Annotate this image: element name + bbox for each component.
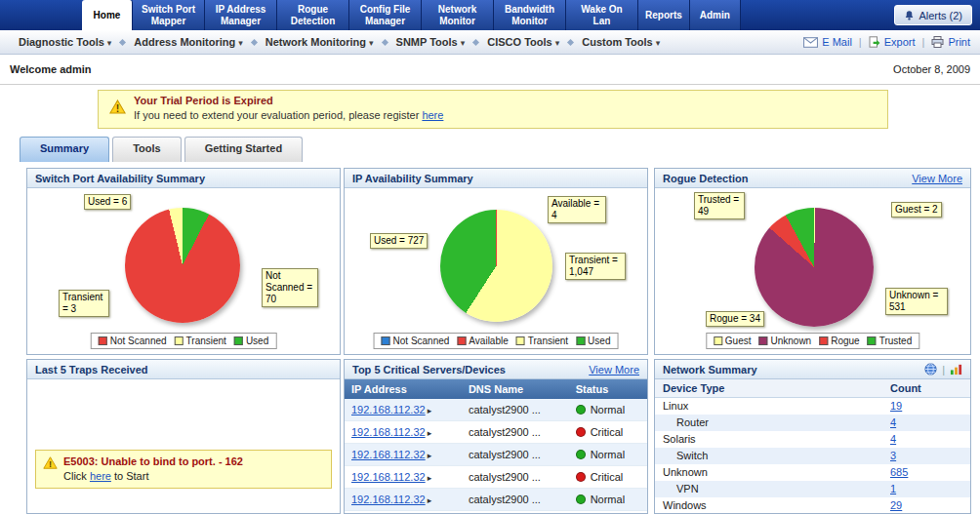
col-status: Status <box>569 379 647 399</box>
callout-used: Used = 727 <box>370 233 428 249</box>
ip-link[interactable]: 192.168.112.32 <box>351 449 426 460</box>
status-text: Normal <box>591 404 625 415</box>
alerts-label: Alerts (2) <box>919 10 962 21</box>
menu-custom-tools[interactable]: Custom Tools <box>573 36 669 48</box>
count-link[interactable]: 3 <box>890 450 896 461</box>
expand-arrow-icon[interactable] <box>426 404 432 415</box>
servers-view-more-link[interactable]: View More <box>589 364 639 376</box>
separator: | <box>942 364 945 376</box>
col-ip-address: IP Address <box>345 379 462 399</box>
table-row: 192.168.112.32 catalyst2900 ... Normal <box>345 489 647 511</box>
expand-arrow-icon[interactable] <box>426 471 432 483</box>
panel-header: Top 5 Critical Servers/Devices View More <box>345 360 647 379</box>
trial-message: If you need to extend your evaluation pe… <box>134 109 879 121</box>
servers-table-area: IP Address DNS Name Status 192.168.112.3… <box>345 379 647 513</box>
panel-title: Top 5 Critical Servers/Devices <box>352 364 506 376</box>
status-text: Critical <box>591 426 624 438</box>
alerts-button[interactable]: Alerts (2) <box>894 5 972 25</box>
device-type: Unknown <box>655 464 882 481</box>
bar-chart-icon[interactable] <box>950 363 962 376</box>
current-date: October 8, 2009 <box>893 63 970 75</box>
count-link[interactable]: 685 <box>890 466 908 478</box>
critical-servers-table: IP Address DNS Name Status 192.168.112.3… <box>345 379 647 511</box>
status-text: Normal <box>591 494 625 505</box>
ip-link[interactable]: 192.168.112.32 <box>351 426 426 438</box>
expand-arrow-icon[interactable] <box>426 449 432 460</box>
count-link[interactable]: 4 <box>890 416 896 428</box>
menu-snmp-tools[interactable]: SNMP Tools <box>388 36 474 48</box>
rogue-pie-chart <box>755 208 874 327</box>
nav-tab-bandwidth-monitor[interactable]: Bandwidth Monitor <box>494 0 566 30</box>
ip-link[interactable]: 192.168.112.32 <box>351 404 426 415</box>
nav-tab-reports[interactable]: Reports <box>638 0 690 30</box>
count-link[interactable]: 1 <box>890 483 896 494</box>
panel-ip-availability: IP Availability Summary Available = 4 Us… <box>344 168 648 355</box>
panel-title: Switch Port Availability Summary <box>35 173 205 184</box>
menu-address-monitoring[interactable]: Address Monitoring <box>125 36 251 48</box>
legend-swatch <box>234 336 243 345</box>
expand-arrow-icon[interactable] <box>426 494 432 505</box>
nav-tab-rogue-detection[interactable]: Rogue Detection <box>277 0 349 30</box>
ip-link[interactable]: 192.168.112.32 <box>351 471 426 483</box>
table-row: Switch 3 <box>655 448 970 464</box>
chevron-down-icon <box>104 36 112 48</box>
device-type: Linux <box>655 398 882 415</box>
ip-availability-chart-area: Available = 4 Used = 727 Transient = 1,0… <box>345 188 647 354</box>
table-row: 192.168.112.32 catalyst2900 ... Critical <box>345 421 647 444</box>
chart-legend: Not Scanned Available Transient Used <box>374 333 619 349</box>
trial-message-text: If you need to extend your evaluation pe… <box>134 109 419 121</box>
nav-tab-admin[interactable]: Admin <box>690 0 741 30</box>
legend-swatch <box>714 336 722 345</box>
export-action[interactable]: Export <box>869 36 916 48</box>
start-link[interactable]: here <box>90 470 111 482</box>
nav-tab-config-file-manager[interactable]: Config File Manager <box>349 0 422 30</box>
menu-label: Diagnostic Tools <box>19 36 104 48</box>
panel-rogue-detection: Rogue Detection View More Trusted = 49 G… <box>654 168 971 355</box>
panel-header: Rogue Detection View More <box>655 169 970 188</box>
callout-transient: Transient = 3 <box>59 290 109 317</box>
print-action[interactable]: Print <box>931 36 970 48</box>
legend-label: Guest <box>725 336 752 346</box>
nav-tab-ip-address-manager[interactable]: IP Address Manager <box>205 0 277 30</box>
menu-label: Network Monitoring <box>265 36 366 48</box>
tab-summary[interactable]: Summary <box>20 137 109 162</box>
tab-getting-started[interactable]: Getting Started <box>184 137 303 162</box>
expand-arrow-icon[interactable] <box>426 426 432 438</box>
nav-tab-network-monitor[interactable]: Network Monitor <box>422 0 494 30</box>
panel-header: Last 5 Traps Received <box>27 360 340 379</box>
email-action[interactable]: E Mail <box>803 36 852 48</box>
legend-swatch <box>516 336 525 345</box>
count-link[interactable]: 29 <box>890 499 902 511</box>
legend-swatch <box>175 336 184 345</box>
count-link[interactable]: 4 <box>890 433 896 445</box>
email-label: E Mail <box>822 36 852 48</box>
print-label: Print <box>948 36 970 48</box>
nav-tab-switch-port-mapper[interactable]: Switch Port Mapper <box>133 0 205 30</box>
count-link[interactable]: 19 <box>890 400 902 412</box>
rogue-view-more-link[interactable]: View More <box>912 173 962 184</box>
globe-icon[interactable] <box>924 363 937 376</box>
legend-item: Not Scanned <box>99 336 167 346</box>
ip-link[interactable]: 192.168.112.32 <box>351 494 426 505</box>
callout-trusted: Trusted = 49 <box>694 192 745 219</box>
legend-item: Used <box>576 336 610 346</box>
callout-transient: Transient = 1,047 <box>565 253 626 280</box>
table-row: Solaris 4 <box>655 431 970 448</box>
col-dns-name: DNS Name <box>462 379 569 399</box>
panel-switch-port-availability: Switch Port Availability Summary Used = … <box>26 168 341 355</box>
panel-title: Last 5 Traps Received <box>35 364 148 376</box>
register-link[interactable]: here <box>422 109 443 121</box>
nav-tab-home[interactable]: Home <box>82 0 133 30</box>
nav-tab-wake-on-lan[interactable]: Wake On Lan <box>566 0 638 30</box>
menu-diagnostic-tools[interactable]: Diagnostic Tools <box>10 36 120 48</box>
menu-cisco-tools[interactable]: CISCO Tools <box>478 36 568 48</box>
table-row: Linux 19 <box>655 398 970 415</box>
status-dot <box>576 472 586 482</box>
switch-port-pie-chart <box>125 208 240 323</box>
legend-swatch <box>758 336 767 345</box>
legend-swatch <box>382 336 390 345</box>
callout-unknown: Unknown = 531 <box>885 288 948 315</box>
app: { "topnav": { "tabs": [ {"label": "Home"… <box>0 0 980 514</box>
tab-tools[interactable]: Tools <box>112 137 182 162</box>
menu-network-monitoring[interactable]: Network Monitoring <box>257 36 383 48</box>
